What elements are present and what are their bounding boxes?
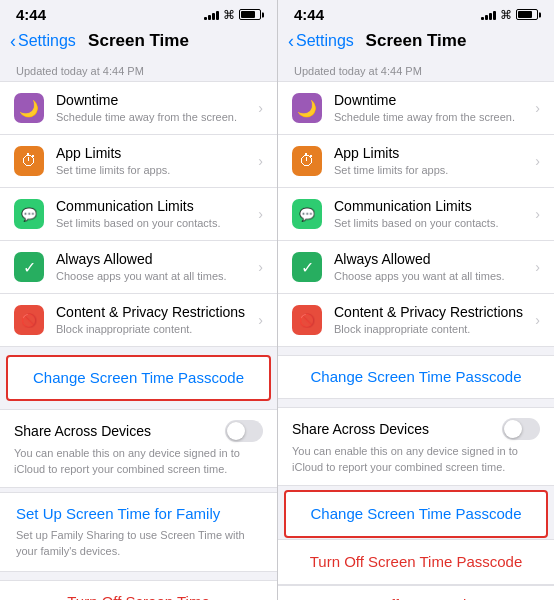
privacy-title-r: Content & Privacy Restrictions bbox=[334, 304, 529, 321]
commlimits-icon: 💬 bbox=[14, 199, 44, 229]
change-passcode-highlighted[interactable]: Change Screen Time Passcode bbox=[6, 355, 271, 401]
wifi-icon: ⌘ bbox=[223, 8, 235, 22]
chevron-icon: › bbox=[535, 259, 540, 275]
allowed-icon: ✓ bbox=[14, 252, 44, 282]
battery-icon bbox=[239, 9, 261, 20]
share-desc-left: You can enable this on any device signed… bbox=[14, 446, 263, 477]
change-passcode-plain-label: Change Screen Time Passcode bbox=[311, 368, 522, 385]
change-passcode-label: Change Screen Time Passcode bbox=[33, 369, 244, 386]
list-item[interactable]: ⏱ App Limits Set time limits for apps. › bbox=[0, 135, 277, 188]
chevron-icon: › bbox=[535, 206, 540, 222]
nav-bar-right: ‹ Settings Screen Time bbox=[278, 27, 554, 59]
right-panel: 4:44 ⌘ ‹ Settings Screen Time Updated to… bbox=[277, 0, 554, 600]
downtime-icon-r: 🌙 bbox=[292, 93, 322, 123]
nav-title-right: Screen Time bbox=[366, 31, 467, 51]
applimits-subtitle: Set time limits for apps. bbox=[56, 163, 252, 177]
change-passcode-plain[interactable]: Change Screen Time Passcode bbox=[278, 355, 554, 399]
back-button-left[interactable]: ‹ Settings bbox=[10, 32, 76, 50]
status-bar-left: 4:44 ⌘ bbox=[0, 0, 277, 27]
allowed-subtitle: Choose apps you want at all times. bbox=[56, 269, 252, 283]
share-section-right: Share Across Devices You can enable this… bbox=[278, 407, 554, 486]
updated-label-left: Updated today at 4:44 PM bbox=[0, 59, 277, 81]
list-item[interactable]: ✓ Always Allowed Choose apps you want at… bbox=[278, 241, 554, 294]
action-turnoff-label: Turn Off Screen Time Passcode bbox=[310, 553, 523, 570]
menu-list-right: 🌙 Downtime Schedule time away from the s… bbox=[278, 81, 554, 347]
downtime-subtitle: Schedule time away from the screen. bbox=[56, 110, 252, 124]
chevron-icon: › bbox=[258, 153, 263, 169]
share-title-left: Share Across Devices bbox=[14, 423, 151, 439]
back-label-left: Settings bbox=[18, 32, 76, 50]
status-time-left: 4:44 bbox=[16, 6, 46, 23]
chevron-icon: › bbox=[258, 100, 263, 116]
action-turnoff-passcode[interactable]: Turn Off Screen Time Passcode bbox=[278, 539, 554, 585]
applimits-icon: ⏱ bbox=[14, 146, 44, 176]
allowed-title: Always Allowed bbox=[56, 251, 252, 268]
signal-icon bbox=[481, 9, 496, 20]
chevron-icon: › bbox=[258, 312, 263, 328]
commlimits-icon-r: 💬 bbox=[292, 199, 322, 229]
turn-off-btn-left: Turn Off Screen Time bbox=[16, 593, 261, 600]
action-change-passcode-label: Change Screen Time Passcode bbox=[311, 505, 522, 522]
status-icons-left: ⌘ bbox=[204, 8, 261, 22]
wifi-icon: ⌘ bbox=[500, 8, 512, 22]
status-bar-right: 4:44 ⌘ bbox=[278, 0, 554, 27]
family-btn-left[interactable]: Set Up Screen Time for Family bbox=[16, 505, 261, 522]
privacy-icon-r: 🚫 bbox=[292, 305, 322, 335]
back-chevron-icon: ‹ bbox=[10, 32, 16, 50]
share-section-left: Share Across Devices You can enable this… bbox=[0, 409, 277, 488]
signal-icon bbox=[204, 9, 219, 20]
privacy-subtitle: Block inappropriate content. bbox=[56, 322, 252, 336]
commlimits-subtitle: Set limits based on your contacts. bbox=[56, 216, 252, 230]
allowed-subtitle-r: Choose apps you want at all times. bbox=[334, 269, 529, 283]
privacy-icon: 🚫 bbox=[14, 305, 44, 335]
family-desc-left: Set up Family Sharing to use Screen Time… bbox=[16, 528, 261, 559]
commlimits-title: Communication Limits bbox=[56, 198, 252, 215]
list-item[interactable]: 💬 Communication Limits Set limits based … bbox=[278, 188, 554, 241]
list-item[interactable]: 🌙 Downtime Schedule time away from the s… bbox=[0, 82, 277, 135]
applimits-title: App Limits bbox=[56, 145, 252, 162]
applimits-icon-r: ⏱ bbox=[292, 146, 322, 176]
chevron-icon: › bbox=[258, 259, 263, 275]
battery-icon bbox=[516, 9, 538, 20]
left-panel: 4:44 ⌘ ‹ Settings Screen Time Updated to… bbox=[0, 0, 277, 600]
updated-label-right: Updated today at 4:44 PM bbox=[278, 59, 554, 81]
back-label-right: Settings bbox=[296, 32, 354, 50]
list-item[interactable]: ✓ Always Allowed Choose apps you want at… bbox=[0, 241, 277, 294]
commlimits-title-r: Communication Limits bbox=[334, 198, 529, 215]
action-sheet: Change Screen Time Passcode Turn Off Scr… bbox=[278, 490, 554, 600]
privacy-subtitle-r: Block inappropriate content. bbox=[334, 322, 529, 336]
turn-off-section-left[interactable]: Turn Off Screen Time bbox=[0, 580, 277, 600]
share-toggle-right[interactable] bbox=[502, 418, 540, 440]
share-desc-right: You can enable this on any device signed… bbox=[292, 444, 540, 475]
chevron-icon: › bbox=[535, 100, 540, 116]
content-left: Updated today at 4:44 PM 🌙 Downtime Sche… bbox=[0, 59, 277, 600]
downtime-subtitle-r: Schedule time away from the screen. bbox=[334, 110, 529, 124]
action-change-passcode-highlighted[interactable]: Change Screen Time Passcode bbox=[284, 490, 548, 538]
applimits-title-r: App Limits bbox=[334, 145, 529, 162]
downtime-icon: 🌙 bbox=[14, 93, 44, 123]
chevron-icon: › bbox=[535, 312, 540, 328]
share-title-right: Share Across Devices bbox=[292, 421, 429, 437]
turn-off-screen-time-right[interactable]: Turn Off Screen Time bbox=[278, 585, 554, 600]
nav-title-left: Screen Time bbox=[88, 31, 189, 51]
downtime-title-r: Downtime bbox=[334, 92, 529, 109]
list-item[interactable]: 🚫 Content & Privacy Restrictions Block i… bbox=[278, 294, 554, 346]
back-button-right[interactable]: ‹ Settings bbox=[288, 32, 354, 50]
allowed-title-r: Always Allowed bbox=[334, 251, 529, 268]
status-icons-right: ⌘ bbox=[481, 8, 538, 22]
chevron-icon: › bbox=[535, 153, 540, 169]
list-item[interactable]: 💬 Communication Limits Set limits based … bbox=[0, 188, 277, 241]
list-item[interactable]: 🚫 Content & Privacy Restrictions Block i… bbox=[0, 294, 277, 346]
menu-list-left: 🌙 Downtime Schedule time away from the s… bbox=[0, 81, 277, 347]
list-item[interactable]: ⏱ App Limits Set time limits for apps. › bbox=[278, 135, 554, 188]
turn-off-screentime-label: Turn Off Screen Time bbox=[345, 596, 488, 600]
share-toggle-left[interactable] bbox=[225, 420, 263, 442]
content-right: Updated today at 4:44 PM 🌙 Downtime Sche… bbox=[278, 59, 554, 600]
downtime-title: Downtime bbox=[56, 92, 252, 109]
back-chevron-icon: ‹ bbox=[288, 32, 294, 50]
list-item[interactable]: 🌙 Downtime Schedule time away from the s… bbox=[278, 82, 554, 135]
applimits-subtitle-r: Set time limits for apps. bbox=[334, 163, 529, 177]
status-time-right: 4:44 bbox=[294, 6, 324, 23]
allowed-icon-r: ✓ bbox=[292, 252, 322, 282]
privacy-title: Content & Privacy Restrictions bbox=[56, 304, 252, 321]
